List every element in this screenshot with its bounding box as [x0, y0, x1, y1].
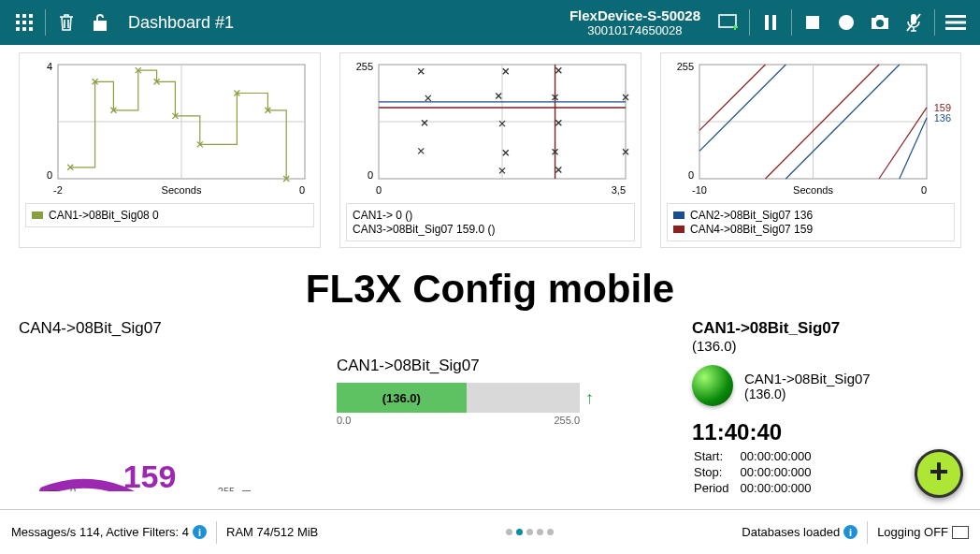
svg-rect-19 — [945, 27, 966, 30]
legend-text: CAN3->08Bit_Sig07 159.0 () — [353, 223, 495, 236]
charts-row: 40-20Seconds CAN1->08Bit_Sig08 0 255003,… — [0, 45, 980, 248]
svg-rect-9 — [719, 15, 736, 27]
menu-icon[interactable] — [939, 6, 973, 39]
status-ram: RAM 74/512 MiB — [226, 525, 318, 539]
svg-text:0: 0 — [688, 169, 694, 181]
add-button[interactable]: + — [915, 449, 963, 498]
bar-widget[interactable]: CAN1->08Bit_Sig07 (136.0) ↑ 0.0 255.0 — [337, 357, 673, 497]
chart-step-legend: CAN1->08Bit_Sig08 0 — [25, 203, 314, 227]
svg-rect-5 — [29, 21, 33, 24]
mic-off-icon[interactable] — [897, 6, 930, 39]
pause-icon[interactable] — [754, 6, 787, 39]
bar-fill: (136.0) — [337, 383, 467, 413]
chart-lines[interactable]: 2550-100Seconds159136 CAN2->08Bit_Sig07 … — [660, 52, 961, 248]
signal-name: CAN1->08Bit_Sig07 — [692, 319, 961, 338]
svg-text:255: 255 — [218, 486, 235, 491]
legend-text: CAN1-> 0 () — [353, 209, 412, 222]
svg-text:-2: -2 — [53, 184, 63, 196]
page-title: FL3X Config mobile — [0, 267, 980, 312]
svg-rect-7 — [22, 27, 26, 31]
legend-text: CAN2->08Bit_Sig07 136 — [690, 209, 813, 222]
dashboard-title: Dashboard #1 — [128, 13, 234, 33]
status-messages: Messages/s 114, Active Filters: 4 — [11, 525, 189, 539]
svg-text:0: 0 — [368, 169, 373, 181]
svg-line-103 — [879, 108, 927, 179]
info-icon[interactable]: i — [843, 525, 858, 539]
svg-text:Seconds: Seconds — [793, 184, 833, 196]
widgets-row: CAN4->08Bit_Sig07 0285785113142170198227… — [0, 319, 980, 497]
svg-rect-17 — [945, 15, 966, 18]
lock-open-icon[interactable] — [83, 6, 117, 39]
svg-rect-1 — [22, 14, 26, 18]
svg-point-14 — [876, 20, 884, 27]
svg-text:-10: -10 — [692, 184, 707, 196]
svg-rect-6 — [16, 27, 20, 31]
svg-rect-12 — [806, 16, 819, 29]
time-row-key: Start: — [694, 449, 739, 463]
svg-text:255: 255 — [356, 61, 373, 72]
status-logging: Logging OFF — [877, 525, 948, 539]
svg-text:255: 255 — [677, 61, 694, 72]
svg-text:Seconds: Seconds — [162, 184, 202, 196]
chart-scatter[interactable]: 255003,5 CAN1-> 0 () CAN3->08Bit_Sig07 1… — [339, 52, 641, 248]
svg-rect-18 — [945, 22, 966, 24]
svg-text:4: 4 — [47, 61, 52, 72]
svg-text:136: 136 — [934, 112, 951, 124]
page-dots[interactable] — [506, 529, 554, 535]
legend-text: CAN4->08Bit_Sig07 159 — [690, 223, 813, 236]
svg-text:0: 0 — [70, 486, 76, 491]
svg-text:0: 0 — [47, 169, 52, 181]
gauge-label: CAN4->08Bit_Sig07 — [19, 319, 318, 338]
svg-point-13 — [839, 15, 854, 30]
time-table: Start:00:00:00:000 Stop:00:00:00:000 Per… — [692, 447, 822, 497]
time-row-val: 00:00:00:000 — [741, 449, 821, 463]
signal-value: (136.0) — [692, 338, 961, 354]
top-bar: Dashboard #1 FlexDevice-S-50028 30010174… — [0, 0, 980, 45]
bar-max: 255.0 — [554, 415, 580, 426]
trash-icon[interactable] — [50, 6, 83, 39]
chart-scatter-legend: CAN1-> 0 () CAN3->08Bit_Sig07 159.0 () — [346, 203, 635, 241]
legend-text: CAN1->08Bit_Sig08 0 — [49, 209, 159, 222]
svg-text:159: 159 — [123, 459, 177, 491]
signal-value: (136.0) — [744, 386, 871, 401]
chart-lines-legend: CAN2->08Bit_Sig07 136 CAN4->08Bit_Sig07 … — [667, 203, 955, 241]
device-name: FlexDevice-S-50028 — [569, 7, 700, 23]
plus-icon: + — [929, 455, 948, 488]
signal-name: CAN1->08Bit_Sig07 — [744, 371, 871, 386]
apps-icon[interactable] — [7, 6, 41, 39]
monitor-icon[interactable] — [952, 526, 969, 539]
status-db: Databases loaded — [742, 525, 840, 539]
arrow-up-icon: ↑ — [585, 388, 594, 408]
monitor-add-icon[interactable] — [712, 6, 745, 39]
svg-text:0: 0 — [299, 184, 305, 196]
svg-rect-10 — [765, 15, 769, 30]
info-icon[interactable]: i — [193, 525, 207, 539]
bar-min: 0.0 — [337, 415, 351, 426]
device-id: 30010174650028 — [569, 23, 700, 37]
svg-rect-0 — [16, 14, 20, 18]
device-label[interactable]: FlexDevice-S-50028 30010174650028 — [569, 7, 700, 37]
svg-line-98 — [699, 65, 785, 151]
svg-rect-3 — [16, 21, 20, 24]
status-bar: Messages/s 114, Active Filters: 4 i RAM … — [0, 509, 980, 554]
stop-icon[interactable] — [796, 6, 829, 39]
bar-track: (136.0) — [337, 383, 580, 413]
camera-icon[interactable] — [863, 6, 897, 39]
time-row-key: Stop: — [694, 465, 739, 479]
bar-label: CAN1->08Bit_Sig07 — [337, 357, 673, 375]
bar-value: (136.0) — [382, 391, 421, 405]
svg-line-101 — [699, 65, 765, 130]
svg-text:3,5: 3,5 — [612, 184, 626, 196]
record-icon[interactable] — [829, 6, 863, 39]
svg-rect-8 — [29, 27, 33, 31]
time-row-key: Period — [694, 481, 739, 495]
time-row-val: 00:00:00:000 — [741, 481, 821, 495]
main-area: 40-20Seconds CAN1->08Bit_Sig08 0 255003,… — [0, 45, 980, 509]
status-orb-icon — [692, 365, 733, 406]
time-row-val: 00:00:00:000 — [741, 465, 821, 479]
svg-rect-2 — [29, 14, 33, 18]
svg-rect-4 — [22, 21, 26, 24]
svg-rect-11 — [772, 15, 776, 30]
chart-step[interactable]: 40-20Seconds CAN1->08Bit_Sig08 0 — [19, 52, 321, 248]
gauge-widget[interactable]: CAN4->08Bit_Sig07 0285785113142170198227… — [19, 319, 318, 497]
